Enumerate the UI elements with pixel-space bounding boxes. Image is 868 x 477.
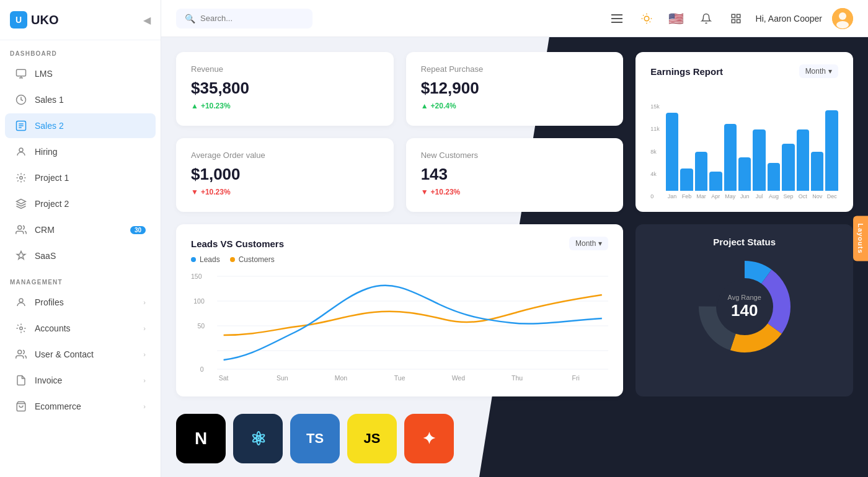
chevron-down-icon: ▾: [828, 67, 832, 76]
logo: U UKO: [10, 11, 58, 28]
typescript-icon: TS: [290, 414, 340, 463]
bar-col-jul: Jul: [753, 129, 765, 199]
leads-header: Leads VS Customers Month ▾: [191, 237, 608, 250]
topbar-right: 🇺🇸 Hi, Aaron Cooper: [607, 8, 853, 29]
search-bar[interactable]: 🔍: [176, 9, 312, 28]
revenue-value: $35,800: [191, 79, 379, 98]
new-customers-label: New Customers: [421, 151, 609, 160]
bar-may: [724, 124, 737, 191]
sidebar-item-label: SaaS: [35, 251, 56, 261]
svg-text:Wed: Wed: [452, 375, 466, 382]
menu-icon[interactable]: [607, 9, 627, 28]
chevron-right-icon: ›: [143, 325, 146, 332]
bar-col-dec: Dec: [825, 110, 838, 199]
main-area: 🔍 🇺🇸 Hi, Aaron Cooper: [161, 0, 868, 477]
sidebar-item-ecommerce[interactable]: Ecommerce ›: [5, 394, 156, 419]
bar-col-apr: Apr: [709, 172, 722, 199]
avg-order-card: Average Order value $1,000 ▼ +10.23%: [176, 138, 394, 212]
theme-icon[interactable]: [637, 9, 657, 28]
lms-icon: [15, 68, 27, 80]
bar-label-sep: Sep: [783, 193, 793, 199]
content-grid: Revenue $35,800 ▲ +10.23% Repeat Purchas…: [161, 37, 868, 477]
earnings-period-select[interactable]: Month ▾: [799, 64, 838, 78]
notification-icon[interactable]: [696, 9, 716, 28]
earnings-chart: 15k 11k 8k 4k 0 JanFebMarAprMayJunJulAug…: [650, 88, 838, 199]
sidebar-header: U UKO ◀: [0, 0, 161, 40]
bar-label-apr: Apr: [711, 193, 720, 199]
sidebar-item-sales1[interactable]: Sales 1: [5, 87, 156, 112]
search-input[interactable]: [200, 14, 287, 23]
sidebar-item-hiring[interactable]: Hiring: [5, 139, 156, 164]
svg-text:Mon: Mon: [335, 375, 348, 382]
sidebar-item-label: Project 2: [35, 199, 69, 209]
project1-icon: [15, 172, 27, 184]
sales1-icon: [15, 94, 27, 106]
svg-point-8: [18, 350, 22, 354]
revenue-label: Revenue: [191, 64, 379, 74]
sidebar-item-label: Hiring: [35, 147, 58, 157]
leads-svg: 150 100 50 0 Sat Sun Mon Tue Wed: [191, 270, 608, 382]
bar-jul: [753, 129, 765, 191]
crm-badge: 30: [130, 226, 146, 234]
down-arrow-icon: ▼: [191, 188, 198, 196]
project-status-title: Project Status: [713, 237, 776, 247]
donut-chart: Avg Range 140: [695, 257, 794, 356]
donut-center: Avg Range 140: [728, 294, 761, 320]
repeat-purchase-change: ▲ +20.4%: [421, 102, 609, 110]
bar-apr: [709, 172, 722, 191]
sidebar-item-sales2[interactable]: Sales 2: [5, 113, 156, 138]
sidebar-item-accounts[interactable]: Accounts ›: [5, 316, 156, 341]
flag-icon[interactable]: 🇺🇸: [666, 9, 686, 28]
svg-rect-21: [737, 14, 740, 17]
bar-label-dec: Dec: [827, 193, 837, 199]
project2-icon: [15, 198, 27, 210]
bar-label-jun: Jun: [740, 193, 750, 199]
bar-label-aug: Aug: [769, 193, 779, 199]
bar-dec: [825, 110, 838, 191]
earnings-header: Earnings Report Month ▾: [650, 64, 838, 78]
bar-col-jan: Jan: [666, 113, 678, 199]
repeat-purchase-value: $12,900: [421, 79, 609, 98]
svg-text:0: 0: [200, 366, 204, 373]
svg-point-7: [20, 327, 23, 330]
leads-period-select[interactable]: Month ▾: [569, 237, 608, 250]
sidebar-item-user-contact[interactable]: User & Contact ›: [5, 342, 156, 367]
bar-jun: [738, 157, 751, 191]
svg-rect-20: [732, 14, 735, 17]
bar-jan: [666, 113, 678, 191]
sidebar: U UKO ◀ DASHBOARD LMS Sales 1 Sales 2 Hi…: [0, 0, 161, 477]
sidebar-item-project2[interactable]: Project 2: [5, 191, 156, 216]
avg-range-label: Avg Range: [728, 294, 761, 301]
collapse-button[interactable]: ◀: [143, 14, 151, 26]
bar-nov: [811, 152, 823, 191]
repeat-purchase-card: Repeat Purchase $12,900 ▲ +20.4%: [406, 52, 624, 126]
sidebar-item-crm[interactable]: CRM 30: [5, 217, 156, 242]
revenue-card: Revenue $35,800 ▲ +10.23%: [176, 52, 394, 126]
svg-point-5: [18, 225, 22, 229]
bar-col-sep: Sep: [782, 144, 794, 199]
up-arrow-icon: ▲: [421, 102, 428, 110]
hiring-icon: [15, 146, 27, 158]
svg-text:50: 50: [198, 323, 205, 330]
grid-icon[interactable]: [726, 9, 746, 28]
avg-order-label: Average Order value: [191, 151, 379, 160]
bar-label-nov: Nov: [812, 193, 822, 199]
user-contact-icon: [15, 348, 27, 361]
svg-rect-23: [737, 19, 740, 22]
sidebar-item-profiles[interactable]: Profiles ›: [5, 290, 156, 315]
revenue-change: ▲ +10.23%: [191, 102, 379, 110]
leads-chart-card: Leads VS Customers Month ▾ Leads Custome…: [176, 224, 623, 396]
bar-col-mar: Mar: [695, 152, 707, 199]
user-avatar: [832, 8, 853, 29]
bar-col-may: May: [724, 124, 737, 199]
layouts-tab[interactable]: Layouts: [853, 216, 868, 261]
user-greeting: Hi, Aaron Cooper: [756, 14, 822, 24]
sidebar-item-lms[interactable]: LMS: [5, 61, 156, 86]
sidebar-item-invoice[interactable]: Invoice ›: [5, 368, 156, 393]
sidebar-item-label: Sales 2: [35, 121, 64, 131]
chevron-right-icon: ›: [143, 299, 146, 306]
sidebar-item-label: Profiles: [35, 297, 64, 307]
leads-title: Leads VS Customers: [191, 239, 284, 249]
sidebar-item-saas[interactable]: SaaS: [5, 243, 156, 268]
sidebar-item-project1[interactable]: Project 1: [5, 165, 156, 190]
